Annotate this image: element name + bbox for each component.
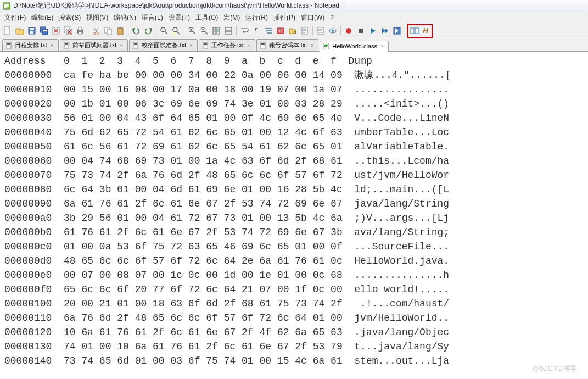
menu-language[interactable]: 语言(L) — [139, 12, 165, 24]
svg-rect-25 — [172, 32, 176, 35]
tab-close-icon[interactable]: × — [246, 43, 251, 48]
svg-rect-16 — [79, 32, 82, 34]
menu-file[interactable]: 文件(F) — [2, 12, 28, 24]
svg-rect-7 — [30, 31, 33, 34]
indent-guide-icon[interactable] — [263, 25, 274, 36]
save-all-icon[interactable] — [38, 25, 49, 36]
svg-rect-68 — [324, 45, 328, 46]
zoom-in-icon[interactable] — [187, 25, 198, 36]
svg-text:F: F — [279, 29, 282, 34]
menu-window[interactable]: 窗口(W) — [299, 12, 327, 24]
svg-rect-56 — [134, 44, 137, 45]
find-icon[interactable] — [159, 25, 170, 36]
separator — [156, 26, 156, 36]
zoom-out-icon[interactable] — [199, 25, 210, 36]
tab-3[interactable]: 工作任务.txt× — [199, 39, 255, 51]
menu-plugins[interactable]: 插件(P) — [271, 12, 298, 24]
tab-close-icon[interactable]: × — [119, 43, 124, 48]
svg-rect-59 — [204, 43, 207, 44]
tab-close-icon[interactable]: × — [379, 43, 385, 49]
tab-2[interactable]: 校招面试准备.txt× — [129, 39, 198, 51]
function-list-icon[interactable] — [315, 25, 326, 36]
svg-rect-49 — [7, 46, 9, 46]
save-macro-icon[interactable] — [391, 25, 402, 36]
file-icon — [203, 42, 209, 49]
file-icon — [260, 42, 267, 49]
copy-icon[interactable] — [103, 25, 114, 36]
save-icon[interactable] — [26, 25, 37, 36]
separator — [88, 26, 88, 36]
show-all-icon[interactable]: ¶ — [251, 25, 262, 36]
menu-bar: 文件(F) 编辑(E) 搜索(S) 视图(V) 编码(N) 语言(L) 设置(T… — [0, 12, 588, 23]
tab-5[interactable]: HelloWorld.class× — [320, 41, 389, 52]
menu-encoding[interactable]: 编码(N) — [111, 12, 138, 24]
tab-label: 日程安排.txt — [15, 41, 47, 49]
svg-rect-63 — [261, 43, 265, 44]
title-bar: D:\Note\笔记\JDK源码学习\IDEA-workspace\jdk8\o… — [0, 0, 588, 12]
menu-view[interactable]: 视图(V) — [84, 12, 110, 24]
svg-rect-20 — [107, 29, 111, 35]
play-multi-icon[interactable] — [379, 25, 390, 36]
separator — [184, 26, 184, 36]
tab-close-icon[interactable]: × — [309, 43, 315, 48]
menu-search[interactable]: 搜索(S) — [57, 12, 83, 24]
tab-0[interactable]: 日程安排.txt× — [2, 39, 59, 51]
hex-editor[interactable]: Address 0 1 2 3 4 5 6 7 8 9 a b c d e f … — [0, 52, 588, 379]
svg-rect-44 — [415, 28, 418, 34]
new-file-icon[interactable] — [2, 25, 13, 36]
menu-settings[interactable]: 设置(T) — [166, 12, 192, 24]
folder-guide-icon[interactable] — [287, 25, 298, 36]
hex-icon[interactable]: H — [420, 25, 431, 36]
tab-label: HelloWorld.class — [332, 43, 377, 49]
svg-rect-67 — [324, 44, 328, 44]
redo-icon[interactable] — [143, 25, 154, 36]
wordwrap-icon[interactable] — [239, 25, 250, 36]
svg-point-39 — [332, 30, 334, 32]
menu-macro[interactable]: 宏(M) — [221, 12, 242, 24]
print-icon[interactable] — [75, 25, 86, 36]
tab-1[interactable]: 前辈面试问题.txt× — [60, 39, 128, 51]
tab-4[interactable]: 账号密码本.txt× — [256, 39, 319, 51]
replace-icon[interactable] — [171, 25, 182, 36]
svg-rect-47 — [7, 43, 10, 44]
separator — [236, 26, 237, 36]
paste-icon[interactable] — [115, 25, 126, 36]
highlighted-buttons: H — [407, 24, 433, 38]
undo-icon[interactable] — [131, 25, 142, 36]
menu-help[interactable]: ? — [328, 13, 336, 23]
svg-rect-10 — [43, 30, 47, 31]
svg-rect-64 — [261, 44, 265, 45]
close-icon[interactable] — [51, 25, 61, 36]
tab-close-icon[interactable]: × — [49, 43, 55, 48]
record-icon[interactable] — [343, 25, 354, 36]
svg-point-40 — [346, 28, 351, 34]
play-icon[interactable] — [367, 25, 378, 36]
close-all-icon[interactable] — [63, 25, 74, 36]
toolbar: ¶ F H — [0, 23, 588, 38]
cut-icon[interactable] — [91, 25, 102, 36]
doc-map-icon[interactable] — [299, 25, 310, 36]
lang-icon[interactable]: F — [275, 25, 286, 36]
svg-rect-43 — [411, 28, 414, 34]
tab-label: 工作任务.txt — [211, 41, 244, 49]
svg-rect-60 — [204, 44, 207, 45]
menu-tools[interactable]: 工具(O) — [193, 12, 220, 24]
sync-v-icon[interactable] — [211, 25, 222, 36]
sync-h-icon[interactable] — [223, 25, 234, 36]
app-icon — [2, 2, 11, 10]
tab-close-icon[interactable]: × — [188, 43, 194, 48]
separator — [405, 26, 405, 36]
menu-run[interactable]: 运行(R) — [243, 12, 270, 24]
monitor-icon[interactable] — [327, 25, 338, 36]
svg-rect-48 — [7, 44, 10, 45]
compare-icon[interactable] — [409, 25, 420, 36]
svg-rect-3 — [4, 7, 7, 8]
open-file-icon[interactable] — [14, 25, 25, 36]
svg-rect-52 — [65, 44, 68, 45]
svg-point-17 — [93, 32, 96, 35]
menu-edit[interactable]: 编辑(E) — [29, 12, 55, 24]
svg-text:¶: ¶ — [255, 27, 258, 35]
svg-rect-6 — [30, 28, 34, 30]
stop-icon[interactable] — [355, 25, 366, 36]
svg-rect-15 — [79, 27, 82, 30]
